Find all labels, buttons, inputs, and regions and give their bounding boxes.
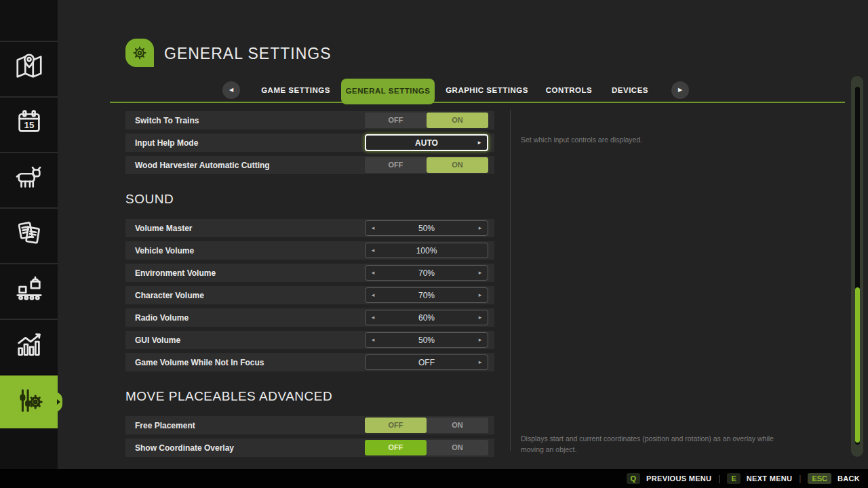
footer-hint-next-menu[interactable]: ENEXT MENU [727, 473, 792, 484]
setting-control: ◂100% [365, 243, 488, 258]
tabs-next-button[interactable]: ▶ [671, 81, 689, 99]
setting-control: OFFON [365, 113, 488, 128]
stepper-value: 50% [418, 336, 435, 345]
stepper-increase-icon[interactable]: ▸ [474, 333, 486, 347]
setting-label: Game Volume While Not In Focus [125, 358, 264, 367]
stepper-increase-icon[interactable]: ▸ [474, 266, 486, 280]
toggle-group: OFFON [365, 418, 488, 433]
setting-control: ◂70%▸ [365, 287, 488, 303]
setting-label: Vehicle Volume [125, 246, 194, 256]
toggle-off-button[interactable]: OFF [365, 440, 427, 455]
map-icon [14, 51, 45, 85]
setting-control: ◂50%▸ [365, 332, 488, 348]
settings-row: Wood Harvester Automatic CuttingOFFON [125, 156, 494, 174]
toggle-off-button[interactable]: OFF [365, 418, 427, 433]
stepper-control[interactable]: ◂50%▸ [365, 220, 488, 236]
sidebar-item-production[interactable] [0, 263, 58, 316]
gear-icon [125, 39, 154, 67]
tooltip-coordinate-overlay: Displays start and current coordinates (… [521, 434, 789, 455]
production-icon [14, 273, 45, 307]
scrollbar-thumb[interactable] [855, 287, 860, 443]
stepper-control[interactable]: ◂70%▸ [365, 287, 488, 303]
settings-icon [14, 385, 45, 419]
hint-separator: | [799, 474, 801, 483]
stepper-control[interactable]: ◂100% [365, 243, 488, 258]
stepper-increase-icon[interactable]: ▸ [474, 310, 486, 325]
toggle-on-button[interactable]: ON [427, 418, 488, 433]
toggle-off-button[interactable]: OFF [365, 113, 427, 128]
chevron-left-icon: ◀ [229, 87, 233, 93]
setting-label: Switch To Trains [125, 116, 199, 125]
settings-list: Switch To TrainsOFFONInput Help ModeAUTO… [125, 111, 494, 461]
active-item-notch [53, 392, 62, 412]
setting-label: Wood Harvester Automatic Cutting [125, 161, 270, 170]
settings-row: Environment Volume◂70%▸ [125, 264, 494, 282]
settings-row: Input Help ModeAUTO▸ [125, 134, 494, 152]
svg-text:15: 15 [24, 120, 34, 130]
footer-hint-previous-menu[interactable]: QPREVIOUS MENU [627, 473, 712, 484]
contracts-icon [14, 218, 45, 251]
stepper-control[interactable]: ◂50%▸ [365, 332, 488, 348]
chevron-right-icon: ▶ [678, 87, 682, 93]
key-badge: E [727, 473, 740, 484]
sidebar-item-contracts[interactable] [0, 207, 58, 260]
sidebar-item-calendar[interactable]: 15 [0, 96, 58, 149]
hint-label: BACK [837, 474, 860, 483]
tab-graphic-settings[interactable]: GRAPHIC SETTINGS [446, 81, 528, 99]
key-badge: ESC [808, 473, 831, 484]
setting-label: Input Help Mode [125, 138, 198, 148]
stepper-decrease-icon[interactable]: ◂ [367, 266, 379, 280]
footer-hint-back[interactable]: ESCBACK [808, 473, 860, 484]
footer-hint-bar: QPREVIOUS MENU|ENEXT MENU|ESCBACK [0, 469, 868, 488]
settings-row: GUI Volume◂50%▸ [125, 331, 494, 349]
chevron-right-icon[interactable]: ▸ [473, 136, 486, 150]
tabs-prev-button[interactable]: ◀ [222, 81, 240, 99]
toggle-group: OFFON [365, 113, 488, 128]
page-title: GENERAL SETTINGS [164, 45, 331, 63]
sidebar-item-map[interactable] [0, 41, 58, 94]
toggle-on-button[interactable]: ON [427, 113, 488, 128]
stepper-value: 60% [418, 313, 435, 323]
tab-devices[interactable]: DEVICES [612, 81, 648, 99]
stepper-control[interactable]: ◂60%▸ [365, 310, 488, 325]
settings-row: Vehicle Volume◂100% [125, 241, 494, 260]
toggle-off-button[interactable]: OFF [365, 157, 427, 173]
stepper-control[interactable]: ◂70%▸ [365, 265, 488, 281]
stepper-control[interactable]: OFF▸ [365, 354, 488, 370]
calendar-icon: 15 [14, 106, 45, 140]
stepper-decrease-icon[interactable]: ◂ [367, 288, 379, 302]
hint-label: PREVIOUS MENU [646, 474, 711, 483]
tab-game-settings[interactable]: GAME SETTINGS [261, 81, 330, 99]
toggle-on-button[interactable]: ON [427, 157, 488, 173]
key-badge: Q [627, 473, 641, 484]
setting-control: AUTO▸ [365, 135, 488, 150]
animals-icon [14, 162, 45, 196]
sidebar-item-statistics[interactable] [0, 319, 58, 371]
sidebar-item-settings[interactable] [0, 374, 58, 428]
stepper-value: 100% [416, 246, 437, 256]
stepper-decrease-icon[interactable]: ◂ [367, 221, 379, 235]
stepper-increase-icon[interactable]: ▸ [474, 288, 486, 302]
settings-row: Volume Master◂50%▸ [125, 219, 494, 237]
tab-general-settings[interactable]: GENERAL SETTINGS [341, 79, 435, 104]
tab-controls[interactable]: CONTROLS [546, 81, 593, 99]
stepper-decrease-icon[interactable]: ◂ [367, 333, 379, 347]
dropdown-control[interactable]: AUTO▸ [365, 134, 488, 151]
setting-label: GUI Volume [125, 336, 180, 345]
stepper-increase-icon[interactable]: ▸ [474, 355, 486, 369]
setting-control: OFF▸ [365, 354, 488, 370]
stepper-increase-icon[interactable]: ▸ [474, 221, 486, 235]
statistics-icon [14, 329, 45, 363]
settings-row: Character Volume◂70%▸ [125, 286, 494, 304]
stepper-decrease-icon[interactable]: ◂ [367, 310, 379, 325]
stepper-value: 70% [418, 268, 435, 278]
setting-control: ◂50%▸ [365, 220, 488, 236]
setting-label: Character Volume [125, 291, 204, 300]
settings-row: Game Volume While Not In FocusOFF▸ [125, 353, 494, 371]
setting-control: OFFON [365, 157, 488, 173]
dropdown-value: AUTO [415, 138, 438, 148]
toggle-on-button[interactable]: ON [427, 440, 488, 455]
sidebar-item-animals[interactable] [0, 152, 58, 205]
setting-label: Volume Master [125, 224, 192, 233]
stepper-decrease-icon[interactable]: ◂ [367, 243, 379, 258]
